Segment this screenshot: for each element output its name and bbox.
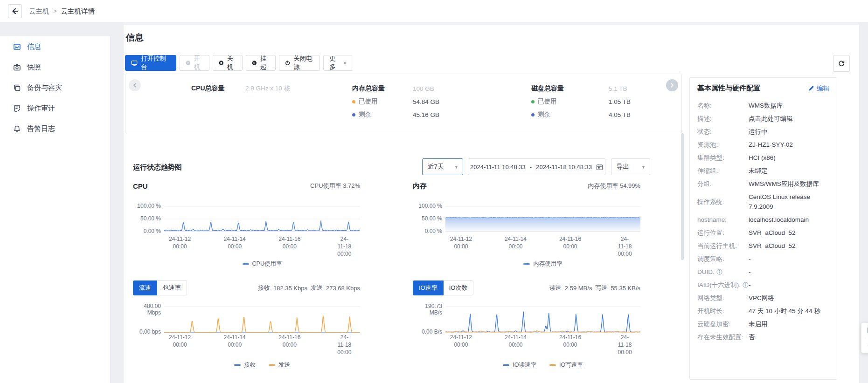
IO读速率-line <box>445 312 640 332</box>
property-list: 名称:WMS数据库描述:点击此处可编辑状态:运行中资源池:ZJ-HZ1-SYY-… <box>697 101 829 342</box>
x-axis-tick: 24-11-18 00:00 <box>617 334 632 356</box>
info-icon[interactable] <box>743 282 749 288</box>
disk-used-value: 1.05 TB <box>609 98 631 105</box>
property-value: SVR_aCloud_52 <box>749 228 823 238</box>
发送-line <box>164 316 360 332</box>
sidebar-item-info[interactable]: 信息 <box>0 36 110 57</box>
refresh-button[interactable] <box>833 55 850 72</box>
sidebar-item-label: 备份与容灾 <box>27 83 62 92</box>
memory-free-label: 剩余 <box>359 110 371 119</box>
info-image-icon <box>13 43 21 51</box>
plot-area[interactable] <box>445 195 640 234</box>
play-circle-icon <box>186 60 191 66</box>
sidebar-item-audit[interactable]: 操作审计 <box>0 98 110 118</box>
legend-item[interactable]: 接收 <box>234 361 256 369</box>
chart-header: IO速率 IO次数 读速 2.59 MB/s 写速 55.35 KB/s <box>413 280 640 295</box>
read-label: 读速 <box>549 284 562 292</box>
backup-copy-icon <box>13 84 21 92</box>
chevron-down-icon: ▾ <box>642 164 645 170</box>
io-plot-svg <box>445 301 640 335</box>
export-select[interactable]: 导出 ▾ <box>611 158 650 175</box>
x-axis-tick: 24-11-16 00:00 <box>278 235 300 250</box>
property-value: 未启用 <box>749 319 823 329</box>
y-axis: 100.00 %50.00 %0.00 % <box>413 181 442 191</box>
property-label: IAID(十六进制): <box>697 280 749 290</box>
chart-legend: IO读速率IO写速率 <box>445 361 640 369</box>
power-off-button[interactable]: 关闭电源 <box>279 55 320 71</box>
open-console-button[interactable]: 打开控制台 <box>125 55 176 71</box>
disk-used-label: 已使用 <box>538 97 557 106</box>
export-label: 导出 <box>617 163 629 171</box>
property-label: 描述: <box>697 114 749 123</box>
property-label: hostname: <box>697 215 749 225</box>
plot-area[interactable] <box>445 301 640 335</box>
rx-label: 接收 <box>258 284 270 292</box>
y-axis-label: 50.00 % <box>133 215 161 222</box>
sidebar-item-snapshot[interactable]: 快照 <box>0 57 110 77</box>
panel-title: 基本属性与硬件配置 <box>697 84 760 93</box>
date-start: 2024-11-11 10:48:33 <box>470 164 526 171</box>
breadcrumb-current: 云主机详情 <box>61 7 95 16</box>
top-bar: 云主机 > 云主机详情 <box>0 0 868 22</box>
suspend-label: 挂起 <box>260 55 270 71</box>
power-on-label: 开机 <box>194 55 203 71</box>
breadcrumb-root[interactable]: 云主机 <box>29 7 49 16</box>
x-axis-tick: 24-11-12 00:00 <box>169 235 191 250</box>
carousel-prev-button[interactable] <box>129 79 141 91</box>
more-label: 更多 <box>329 55 340 71</box>
y-axis-label: 0.00 % <box>133 228 161 234</box>
memory-free-value: 45.16 GB <box>413 111 439 118</box>
properties-panel: 基本属性与硬件配置 编辑 名称:WMS数据库描述:点击此处可编辑状态:运行中资源… <box>689 77 837 380</box>
tab-label: 流速 <box>139 284 151 292</box>
plot-area[interactable] <box>164 195 360 234</box>
date-range-picker[interactable]: 2024-11-11 10:48:33 - 2024-11-18 10:48:3… <box>468 158 605 175</box>
date-end: 2024-11-18 10:48:33 <box>536 164 592 171</box>
memory-capacity-label: 内存总容量 <box>352 84 413 93</box>
tab-traffic-rate[interactable]: 流速 <box>133 280 157 295</box>
y-axis-label: 0.00 bps <box>133 328 161 335</box>
legend-item[interactable]: CPU使用率 <box>243 260 282 268</box>
chart-legend: CPU使用率 <box>164 260 360 268</box>
legend-dash-icon <box>549 364 556 366</box>
legend-dash-icon <box>269 364 275 366</box>
content-scrollbar[interactable] <box>681 133 684 260</box>
sidebar-item-label: 操作审计 <box>27 104 55 113</box>
edit-button[interactable]: 编辑 <box>808 84 829 93</box>
tx-label: 发送 <box>311 284 323 292</box>
info-icon[interactable] <box>716 269 722 275</box>
memory-used-label: 已使用 <box>359 97 378 106</box>
legend-item[interactable]: 发送 <box>269 361 290 369</box>
back-button[interactable] <box>8 4 22 18</box>
suspend-button[interactable]: 挂起 <box>246 55 276 71</box>
io-rate-chart: IO速率 IO次数 读速 2.59 MB/s 写速 55.35 KB/s 190… <box>413 280 640 295</box>
power-off-label: 关闭电源 <box>293 55 314 71</box>
x-axis-tick: 24-11-18 00:00 <box>617 235 632 258</box>
cpu-capacity-value: 2.9 GHz x 10 核 <box>245 84 290 93</box>
plot-area[interactable] <box>164 301 360 335</box>
legend-item[interactable]: IO读速率 <box>503 361 536 369</box>
property-label: 操作系统: <box>697 192 749 212</box>
y-axis-label: 190.73 MB/s <box>413 303 442 316</box>
sidebar-item-backup[interactable]: 备份与容灾 <box>0 77 110 98</box>
legend-item[interactable]: IO写速率 <box>549 361 583 369</box>
legend-item[interactable]: 内存使用率 <box>523 260 562 268</box>
x-axis-tick: 24-11-14 00:00 <box>224 334 246 349</box>
disk-free-value: 4.05 TB <box>609 111 631 118</box>
chart-header: CPU CPU使用率 3.72% <box>133 181 360 191</box>
property-value: VPC网络 <box>749 293 823 303</box>
shutdown-button[interactable]: 关机 <box>213 55 243 71</box>
chart-legend: 内存使用率 <box>445 260 640 268</box>
arrow-left-icon <box>11 7 19 15</box>
property-label: 分组: <box>697 179 749 189</box>
tab-packet-rate[interactable]: 包速率 <box>157 280 187 295</box>
property-label: 开机时长: <box>697 306 749 316</box>
disk-capacity-stat: 磁盘总容量 5.1 TB 已使用 1.05 TB 剩余 4.05 TB <box>531 84 631 119</box>
tab-io-count[interactable]: IO次数 <box>443 280 474 295</box>
time-range-select[interactable]: 近7天 ▾ <box>422 158 463 175</box>
x-axis-tick: 24-11-16 00:00 <box>559 235 581 250</box>
sidebar-item-alarm-log[interactable]: 告警日志 <box>0 118 110 139</box>
more-button[interactable]: 更多 ▾ <box>323 55 352 71</box>
tab-io-rate[interactable]: IO速率 <box>413 280 444 295</box>
carousel-next-button[interactable] <box>666 79 678 91</box>
x-axis-tick: 24-11-14 00:00 <box>224 235 246 250</box>
